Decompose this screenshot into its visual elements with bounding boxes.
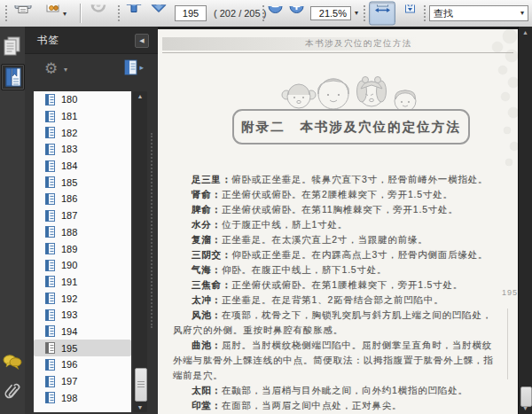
search-dropdown-caret[interactable]: ▾ [520,10,524,17]
main-scrollbar[interactable]: ▲ ▼ [518,27,532,414]
corner-decoration [481,29,519,171]
expand-right-icon: ▸ [139,64,144,71]
bookmark-page-icon [45,276,55,287]
toolbar-grip[interactable] [424,5,426,21]
bookmark-item-label: 197 [61,376,77,387]
options-dropdown-caret[interactable]: ▾ [64,66,67,74]
page-number-input[interactable] [175,5,207,21]
bookmark-item[interactable]: 191 [34,274,131,291]
bookmark-list: 180 181 [34,91,131,412]
down-arrow-icon [150,4,168,22]
scroll-thumb[interactable] [135,368,147,402]
review-icon [90,4,107,22]
bookmark-page-icon [45,243,55,254]
zoom-in-button[interactable] [286,3,306,25]
bookmark-item[interactable]: 182 [34,124,131,141]
previous-page-button[interactable] [123,3,145,25]
bookmark-item[interactable]: 183 [34,141,131,158]
acupoint-term: 太冲： [192,294,222,305]
bookmark-item-label: 198 [61,393,77,403]
acupoint-term: 脾俞： [192,204,222,215]
acupoint-desc: 屈肘。当肘横纹桡侧端凹陷中。屈肘侧掌呈直角时，当肘横纹外端与肱骨外上髁连线的中点… [173,340,494,380]
email-document-icon [43,5,63,22]
fit-width-button[interactable] [369,2,395,26]
scroll-up-button[interactable]: ▲ [133,93,147,99]
comments-tab[interactable] [1,349,23,374]
goto-bookmark-button[interactable]: ▸ [124,59,144,75]
bookmark-item-label: 181 [61,111,77,121]
bookmark-item[interactable]: 188 [34,224,131,241]
bookmark-page-icon [45,210,55,222]
toolbar-grip[interactable] [118,5,120,21]
acupoint-desc: 仰卧。在腹正中线上，脐下1.5寸处。 [222,264,387,275]
scroll-thumb[interactable] [520,387,532,407]
bookmark-item[interactable]: 195 [34,340,131,356]
bookmark-item[interactable]: 196 [34,356,131,373]
fit-page-button[interactable] [397,3,422,25]
page-margin-rule [507,309,508,379]
search-input[interactable] [434,8,520,19]
acupoint-entry: 风池：在项部，枕骨之下，胸锁乳突肌与斜方肌上端之间的凹陷处，风府穴的外侧。重按时… [173,308,499,338]
scroll-up-button[interactable]: ▲ [519,29,532,35]
page-margin-number: 195 [502,288,518,297]
acupoint-desc: 正坐俯伏或俯卧。在第1腰椎棘突下，旁开1.5寸处。 [231,279,463,290]
zoom-level-display[interactable]: 21.5% [310,6,351,20]
acupoint-desc: 仰卧或正坐垂足。在内踝高点上3寸，胫骨内侧面后缘处。 [231,249,488,260]
bookmark-item[interactable]: 194 [34,324,131,340]
next-page-button[interactable] [148,3,169,25]
email-dropdown-caret[interactable]: ▾ [63,10,66,17]
panel-resize-grip[interactable] [151,133,153,328]
bookmark-item-label: 195 [61,343,77,354]
collapse-panel-button[interactable]: ◀ [135,34,149,48]
gear-icon[interactable]: ⚙ [44,60,58,78]
bookmarks-tab[interactable] [1,64,25,90]
bookmark-item[interactable]: 192 [34,290,131,307]
acupoint-entry: 太冲：正坐垂足。在足背第1、2跖骨结合部之前凹陷中。 [173,293,499,308]
print-button[interactable] [11,3,35,25]
bookmark-item[interactable]: 184 [34,158,131,175]
bookmark-item[interactable]: 187 [34,207,131,224]
acupoint-entry: 印堂：在面部，当两眉之间中点处，正对鼻尖。 [173,398,499,413]
toolbar-grip[interactable] [364,5,365,21]
search-box: ▾ [429,5,528,21]
fit-width-icon [374,4,391,22]
acupoint-entry: 脾俞：正坐俯伏或俯卧。在第11胸椎棘突下，旁开1.5寸处。 [173,202,499,217]
zoom-dropdown-caret[interactable]: ▾ [355,10,358,17]
bookmark-scrollbar[interactable]: ▲ ▼ [133,91,147,412]
document-area: 本书涉及穴位的定位方法 [158,27,519,414]
acupoint-term: 太阳： [192,385,222,395]
bookmark-item[interactable]: 197 [34,373,131,390]
toolbar-grip[interactable] [5,5,7,21]
bookmark-item[interactable]: 181 [34,108,131,125]
bookmark-page-icon [45,293,55,304]
bookmark-item-label: 192 [61,293,77,304]
bookmark-item[interactable]: 190 [34,257,131,274]
bookmark-item-label: 196 [61,359,77,370]
pages-tab[interactable] [1,34,23,59]
bookmark-item-label: 183 [61,144,77,154]
bookmark-item[interactable]: 189 [34,240,131,257]
acupoint-term: 风池： [192,309,222,320]
bookmark-item-label: 193 [61,309,77,320]
toolbar-grip[interactable] [262,5,264,21]
acupoint-term: 曲池： [192,340,222,350]
pdf-page[interactable]: 本书涉及穴位的定位方法 [158,29,519,414]
bookmark-page-icon [45,127,55,138]
bookmark-item-label: 187 [61,210,77,221]
bookmark-page-icon [45,342,55,354]
email-button[interactable]: ▾ [39,3,71,25]
bookmark-page-icon [45,176,55,188]
bookmark-item[interactable]: 198 [34,389,131,406]
navigation-rail [0,27,26,414]
bookmark-item[interactable]: 193 [34,307,131,324]
bookmark-page-icon [45,376,55,387]
bookmark-item[interactable]: 185 [34,174,131,191]
acupoint-entry: 复溜：正坐垂足。在太溪穴直上2寸，当跟腱的前缘。 [173,232,499,247]
bookmark-item[interactable]: 180 [34,91,131,108]
acupoint-desc: 俯卧或正坐垂足。犊鼻穴直下3寸，胫骨前嵴外一横指处。 [231,174,488,184]
attachments-tab[interactable] [1,379,23,404]
bookmark-item[interactable]: 186 [34,191,131,207]
scroll-down-button[interactable]: ▼ [133,404,147,410]
zoom-out-button[interactable] [265,3,285,25]
scroll-down-button[interactable]: ▼ [519,405,532,411]
